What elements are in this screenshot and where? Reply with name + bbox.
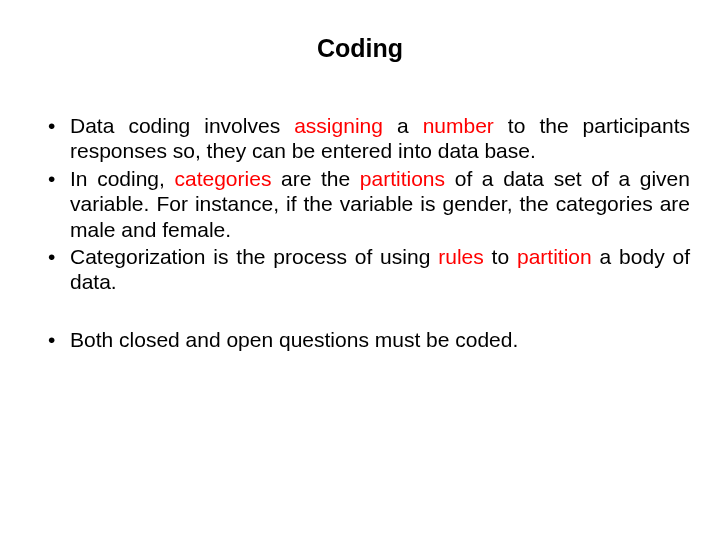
list-item: Both closed and open questions must be c…: [42, 327, 690, 352]
bullet-list-secondary: Both closed and open questions must be c…: [30, 327, 690, 352]
text: a: [383, 114, 423, 137]
slide-title: Coding: [30, 34, 690, 63]
spacer: [30, 297, 690, 327]
highlight: partitions: [360, 167, 445, 190]
highlight: rules: [438, 245, 484, 268]
text: to: [484, 245, 517, 268]
text: are the: [271, 167, 359, 190]
highlight: number: [423, 114, 494, 137]
list-item: Categorization is the process of using r…: [42, 244, 690, 295]
highlight: categories: [175, 167, 272, 190]
slide: Coding Data coding involves assigning a …: [0, 0, 720, 540]
text: In coding,: [70, 167, 175, 190]
bullet-list-main: Data coding involves assigning a number …: [30, 113, 690, 295]
text: Data coding involves: [70, 114, 294, 137]
highlight: assigning: [294, 114, 383, 137]
list-item: In coding, categories are the partitions…: [42, 166, 690, 242]
text: Both closed and open questions must be c…: [70, 328, 518, 351]
highlight: partition: [517, 245, 592, 268]
list-item: Data coding involves assigning a number …: [42, 113, 690, 164]
text: Categorization is the process of using: [70, 245, 438, 268]
